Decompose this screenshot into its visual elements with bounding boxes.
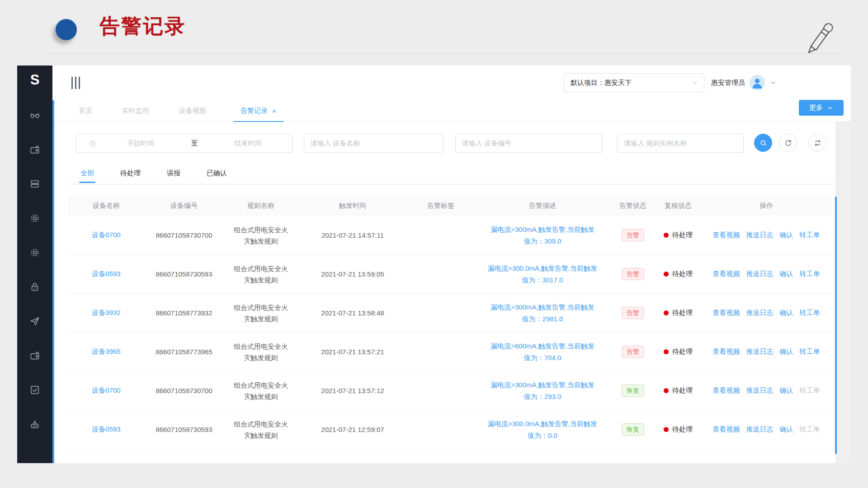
device-no-input[interactable]: 请输入 设备编号	[455, 134, 602, 153]
action-confirm-link[interactable]: 确认	[780, 309, 793, 317]
col-header-alarm-desc: 告警描述	[475, 202, 610, 210]
project-select-value: 默认项目：惠安天下	[571, 79, 632, 87]
lock-icon	[29, 281, 41, 293]
action-view-video-link[interactable]: 查看视频	[713, 231, 740, 239]
alarm-status-badge: 恢复	[622, 385, 644, 397]
alarm-status-badge: 告警	[622, 268, 644, 280]
action-view-video-link[interactable]: 查看视频	[713, 309, 740, 317]
rule-name-cell: 组合式用电安全火灾触发规则	[231, 418, 290, 441]
trigger-time-cell: 2021-07-21 13:57:21	[298, 348, 407, 356]
action-confirm-link[interactable]: 确认	[780, 347, 793, 356]
action-view-video-link[interactable]: 查看视频	[713, 425, 740, 434]
filter-bar: 开始时间 至 结束时间 请输入 设备名称 请输入 设备编号 请输入 规则实例名称	[76, 134, 835, 153]
action-transfer-link[interactable]: 转工单	[800, 270, 820, 278]
date-range-picker[interactable]: 开始时间 至 结束时间	[76, 134, 293, 153]
action-confirm-link[interactable]: 确认	[780, 386, 793, 395]
table-body: 设备0700 866071058730700 组合式用电安全火灾触发规则 202…	[68, 216, 832, 449]
rule-name-cell: 组合式用电安全火灾触发规则	[231, 380, 290, 402]
trigger-time-cell: 2021-07-21 13:57:12	[298, 387, 407, 394]
project-select[interactable]: 默认项目：惠安天下	[564, 73, 704, 92]
sidebar-item-printer[interactable]	[29, 418, 41, 430]
left-accent-bar	[52, 100, 54, 463]
col-header-device-no: 设备编号	[145, 202, 223, 210]
title-bullet-dot	[56, 19, 77, 40]
action-confirm-link[interactable]: 确认	[780, 231, 793, 239]
table-row: 设备0700 866071058730700 组合式用电安全火灾触发规则 202…	[68, 371, 832, 410]
search-button[interactable]	[754, 134, 772, 152]
topbar: 默认项目：惠安天下 惠安管理员	[52, 66, 851, 100]
user-name: 惠安管理员	[711, 79, 745, 87]
action-push-log-link[interactable]: 推送日志	[746, 386, 774, 395]
action-view-video-link[interactable]: 查看视频	[713, 270, 740, 278]
action-confirm-link[interactable]: 确认	[780, 425, 793, 434]
rule-name-cell: 组合式用电安全火灾触发规则	[231, 224, 290, 247]
action-confirm-link[interactable]: 确认	[780, 270, 793, 278]
action-view-video-link[interactable]: 查看视频	[713, 386, 740, 395]
tab-home[interactable]: 首页	[76, 100, 95, 121]
user-menu[interactable]: 惠安管理员	[711, 73, 777, 92]
rule-name-cell: 组合式用电安全火灾触发规则	[231, 263, 290, 286]
rule-instance-input[interactable]: 请输入 规则实例名称	[617, 134, 744, 153]
scrollbar-thumb[interactable]	[835, 197, 837, 454]
action-transfer-link[interactable]: 转工单	[800, 231, 820, 239]
search-icon	[759, 139, 768, 147]
row-actions: 查看视频 推送日志 确认 转工单	[701, 386, 832, 395]
checkbox-icon	[29, 384, 41, 396]
sidebar-item-tasks[interactable]	[29, 384, 41, 396]
alarm-desc-cell: 漏电流>300mA,触发告警,当前触发值为：293.0	[491, 379, 594, 403]
device-name-input[interactable]: 请输入 设备名称	[304, 134, 443, 153]
action-push-log-link[interactable]: 推送日志	[746, 270, 774, 278]
action-push-log-link[interactable]: 推送日志	[746, 231, 774, 239]
sidebar-item-security[interactable]	[29, 281, 41, 293]
tab-alarm-records[interactable]: 告警记录 ×	[233, 100, 283, 122]
sidebar-item-wallet-alt[interactable]	[29, 350, 41, 361]
chevron-down-icon[interactable]	[769, 79, 777, 86]
sidebar: S	[17, 66, 52, 463]
trigger-time-cell: 2021-07-21 14:57:11	[298, 231, 407, 239]
col-header-alarm-status: 告警状态	[610, 202, 656, 210]
status-tab-all[interactable]: 全部	[78, 163, 97, 184]
nav-tabbar: 首页 实时监控 设备视图 告警记录 × 更多	[52, 100, 851, 122]
sync-button[interactable]	[808, 134, 826, 152]
table-row: 设备3932 866071058773932 组合式用电安全火灾触发规则 202…	[68, 294, 832, 333]
person-icon	[750, 75, 765, 90]
pen-icon	[799, 17, 839, 55]
device-name-link[interactable]: 设备0700	[92, 231, 120, 239]
header-divider	[43, 53, 839, 54]
refresh-button[interactable]	[779, 134, 797, 152]
device-name-link[interactable]: 设备0593	[92, 270, 120, 278]
action-transfer-link[interactable]: 转工单	[800, 386, 820, 395]
app-logo: S	[30, 73, 40, 87]
close-tab-icon[interactable]: ×	[272, 108, 276, 114]
sidebar-item-settings-alt[interactable]	[29, 247, 41, 258]
device-name-link[interactable]: 设备0700	[92, 386, 120, 395]
alarm-desc-cell: 漏电流>300mA,触发告警,当前触发值为：2981.0	[491, 301, 594, 325]
device-name-link[interactable]: 设备3965	[92, 347, 120, 356]
more-button[interactable]: 更多	[799, 100, 844, 116]
row-actions: 查看视频 推送日志 确认 转工单	[701, 270, 832, 278]
device-name-link[interactable]: 设备3932	[92, 309, 120, 317]
status-tab-false-alarm[interactable]: 误报	[164, 163, 183, 184]
page-title: 告警记录	[99, 13, 186, 40]
device-name-link[interactable]: 设备0593	[92, 425, 120, 434]
action-transfer-link[interactable]: 转工单	[800, 347, 820, 356]
sidebar-item-monitor[interactable]	[29, 109, 41, 121]
collapse-menu-icon[interactable]	[71, 77, 80, 89]
tab-device-view[interactable]: 设备视图	[176, 100, 209, 121]
table-row: 设备0593 866071058730593 组合式用电安全火灾触发规则 202…	[68, 255, 832, 294]
sidebar-item-settings[interactable]	[29, 212, 41, 224]
sidebar-item-wallet[interactable]	[29, 144, 41, 155]
action-transfer-link[interactable]: 转工单	[800, 425, 820, 434]
action-push-log-link[interactable]: 推送日志	[746, 425, 774, 434]
action-push-log-link[interactable]: 推送日志	[746, 309, 774, 317]
status-tab-pending[interactable]: 待处理	[118, 163, 143, 184]
review-status-text: 待处理	[672, 386, 693, 395]
status-tab-confirmed[interactable]: 已确认	[204, 163, 230, 184]
action-view-video-link[interactable]: 查看视频	[713, 347, 740, 356]
sidebar-item-devices[interactable]	[29, 178, 41, 190]
sidebar-item-send[interactable]	[29, 315, 41, 327]
action-push-log-link[interactable]: 推送日志	[746, 347, 774, 356]
action-transfer-link[interactable]: 转工单	[800, 309, 820, 317]
refresh-icon	[784, 139, 793, 147]
tab-realtime-monitor[interactable]: 实时监控	[119, 100, 152, 121]
